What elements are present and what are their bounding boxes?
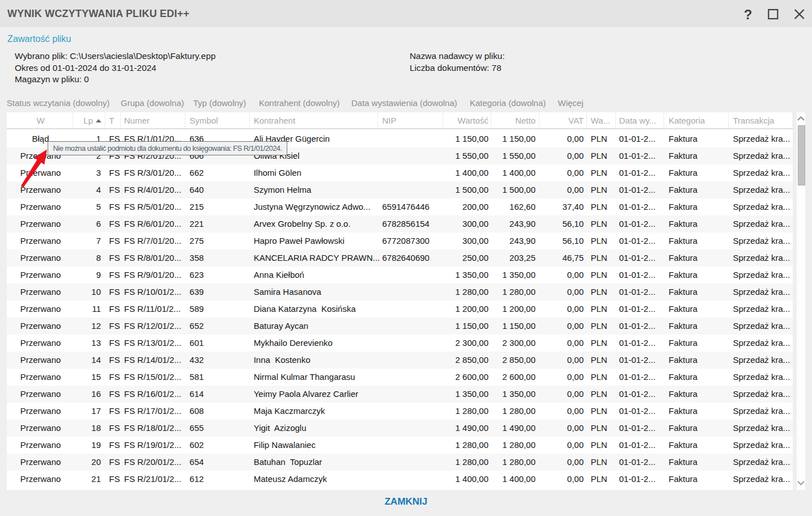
svg-text:?: ? [744, 7, 753, 22]
